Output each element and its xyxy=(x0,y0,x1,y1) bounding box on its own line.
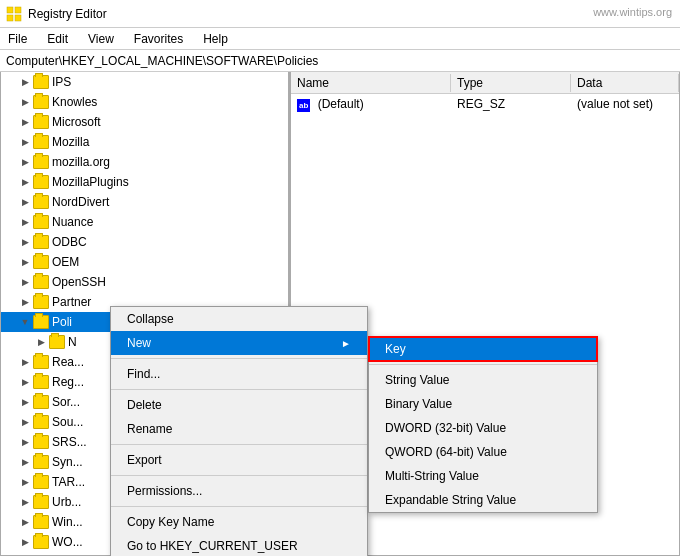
expand-arrow-openssh: ▶ xyxy=(17,274,33,290)
cm2-key[interactable]: Key xyxy=(369,337,597,361)
reg-type-default: REG_SZ xyxy=(451,96,571,112)
cm-new-label: New xyxy=(127,336,151,350)
folder-icon-rea xyxy=(33,355,49,369)
folder-icon-nuance xyxy=(33,215,49,229)
tree-item-oem[interactable]: ▶ OEM xyxy=(1,252,288,272)
cm-new[interactable]: New ► xyxy=(111,331,367,355)
folder-icon-mozillaplugins xyxy=(33,175,49,189)
expand-arrow-rea: ▶ xyxy=(17,354,33,370)
cm-export[interactable]: Export xyxy=(111,448,367,472)
address-bar: Computer\HKEY_LOCAL_MACHINE\SOFTWARE\Pol… xyxy=(0,50,680,72)
cm2-expandable-string-value[interactable]: Expandable String Value xyxy=(369,488,597,512)
tree-label-oem: OEM xyxy=(52,255,79,269)
expand-arrow-ips: ▶ xyxy=(17,74,33,90)
col-header-name[interactable]: Name xyxy=(291,74,451,92)
cm2-expandable-string-value-label: Expandable String Value xyxy=(385,493,516,507)
tree-label-microsoft: Microsoft xyxy=(52,115,101,129)
cm-divider-2 xyxy=(111,389,367,390)
cm-find[interactable]: Find... xyxy=(111,362,367,386)
tree-label-mozillaplugins: MozillaPlugins xyxy=(52,175,129,189)
title-bar: Registry Editor www.wintips.org xyxy=(0,0,680,28)
column-headers: Name Type Data xyxy=(291,72,679,94)
folder-icon-policies xyxy=(33,315,49,329)
folder-icon-wo xyxy=(33,535,49,549)
reg-name-default: ab (Default) xyxy=(291,96,451,113)
cm-divider-5 xyxy=(111,506,367,507)
tree-item-ips[interactable]: ▶ IPS xyxy=(1,72,288,92)
menu-edit[interactable]: Edit xyxy=(43,30,72,48)
cm-permissions[interactable]: Permissions... xyxy=(111,479,367,503)
folder-icon-urb xyxy=(33,495,49,509)
cm2-binary-value[interactable]: Binary Value xyxy=(369,392,597,416)
tree-item-openssh[interactable]: ▶ OpenSSH xyxy=(1,272,288,292)
expand-arrow-mozillaorg: ▶ xyxy=(17,154,33,170)
folder-icon-syn xyxy=(33,455,49,469)
expand-arrow-partner: ▶ xyxy=(17,294,33,310)
folder-icon-knowles xyxy=(33,95,49,109)
cm-rename-label: Rename xyxy=(127,422,172,436)
expand-arrow-oem: ▶ xyxy=(17,254,33,270)
expand-arrow-norddivert: ▶ xyxy=(17,194,33,210)
tree-label-tar: TAR... xyxy=(52,475,85,489)
tree-label-urb: Urb... xyxy=(52,495,81,509)
menu-help[interactable]: Help xyxy=(199,30,232,48)
folder-icon-partner xyxy=(33,295,49,309)
tree-label-knowles: Knowles xyxy=(52,95,97,109)
expand-arrow-tar: ▶ xyxy=(17,474,33,490)
tree-item-mozilla[interactable]: ▶ Mozilla xyxy=(1,132,288,152)
address-path: Computer\HKEY_LOCAL_MACHINE\SOFTWARE\Pol… xyxy=(6,54,318,68)
tree-label-mozilla: Mozilla xyxy=(52,135,89,149)
col-header-data[interactable]: Data xyxy=(571,74,679,92)
expand-arrow-win: ▶ xyxy=(17,514,33,530)
folder-icon-tar xyxy=(33,475,49,489)
cm-copy-key-name[interactable]: Copy Key Name xyxy=(111,510,367,534)
cm-permissions-label: Permissions... xyxy=(127,484,202,498)
cm-collapse[interactable]: Collapse xyxy=(111,307,367,331)
reg-data-default: (value not set) xyxy=(571,96,679,112)
expand-arrow-microsoft: ▶ xyxy=(17,114,33,130)
tree-item-mozillaplugins[interactable]: ▶ MozillaPlugins xyxy=(1,172,288,192)
folder-icon-mozillaorg xyxy=(33,155,49,169)
tree-item-norddivert[interactable]: ▶ NordDivert xyxy=(1,192,288,212)
cm-copy-key-name-label: Copy Key Name xyxy=(127,515,214,529)
menu-favorites[interactable]: Favorites xyxy=(130,30,187,48)
tree-item-odbc[interactable]: ▶ ODBC xyxy=(1,232,288,252)
cm-delete[interactable]: Delete xyxy=(111,393,367,417)
tree-item-knowles[interactable]: ▶ Knowles xyxy=(1,92,288,112)
expand-arrow-mozilla: ▶ xyxy=(17,134,33,150)
cm-collapse-label: Collapse xyxy=(127,312,174,326)
tree-label-odbc: ODBC xyxy=(52,235,87,249)
tree-label-syn: Syn... xyxy=(52,455,83,469)
tree-item-microsoft[interactable]: ▶ Microsoft xyxy=(1,112,288,132)
cm2-key-label: Key xyxy=(385,342,406,356)
tree-item-mozillaorg[interactable]: ▶ mozilla.org xyxy=(1,152,288,172)
reg-entry-default[interactable]: ab (Default) REG_SZ (value not set) xyxy=(291,94,679,114)
tree-item-nuance[interactable]: ▶ Nuance xyxy=(1,212,288,232)
cm-rename[interactable]: Rename xyxy=(111,417,367,441)
tree-label-ips: IPS xyxy=(52,75,71,89)
folder-icon-reg xyxy=(33,375,49,389)
tree-label-srs: SRS... xyxy=(52,435,87,449)
cm2-qword-value-label: QWORD (64-bit) Value xyxy=(385,445,507,459)
cm2-qword-value[interactable]: QWORD (64-bit) Value xyxy=(369,440,597,464)
tree-label-reg: Reg... xyxy=(52,375,84,389)
folder-icon-microsoft xyxy=(33,115,49,129)
tree-label-sor: Sor... xyxy=(52,395,80,409)
menu-view[interactable]: View xyxy=(84,30,118,48)
expand-arrow-reg: ▶ xyxy=(17,374,33,390)
cm2-multistring-value[interactable]: Multi-String Value xyxy=(369,464,597,488)
cm2-string-value[interactable]: String Value xyxy=(369,368,597,392)
cm-goto-hkcu[interactable]: Go to HKEY_CURRENT_USER xyxy=(111,534,367,556)
expand-arrow-policies: ▼ xyxy=(17,314,33,330)
ab-icon: ab xyxy=(297,99,310,112)
cm2-divider-1 xyxy=(369,364,597,365)
tree-label-norddivert: NordDivert xyxy=(52,195,109,209)
expand-arrow-sou: ▶ xyxy=(17,414,33,430)
menu-file[interactable]: File xyxy=(4,30,31,48)
cm2-dword-value[interactable]: DWORD (32-bit) Value xyxy=(369,416,597,440)
cm-new-arrow: ► xyxy=(341,338,351,349)
expand-arrow-syn: ▶ xyxy=(17,454,33,470)
tree-label-n: N xyxy=(68,335,77,349)
col-header-type[interactable]: Type xyxy=(451,74,571,92)
context-menu-2: Key String Value Binary Value DWORD (32-… xyxy=(368,336,598,513)
